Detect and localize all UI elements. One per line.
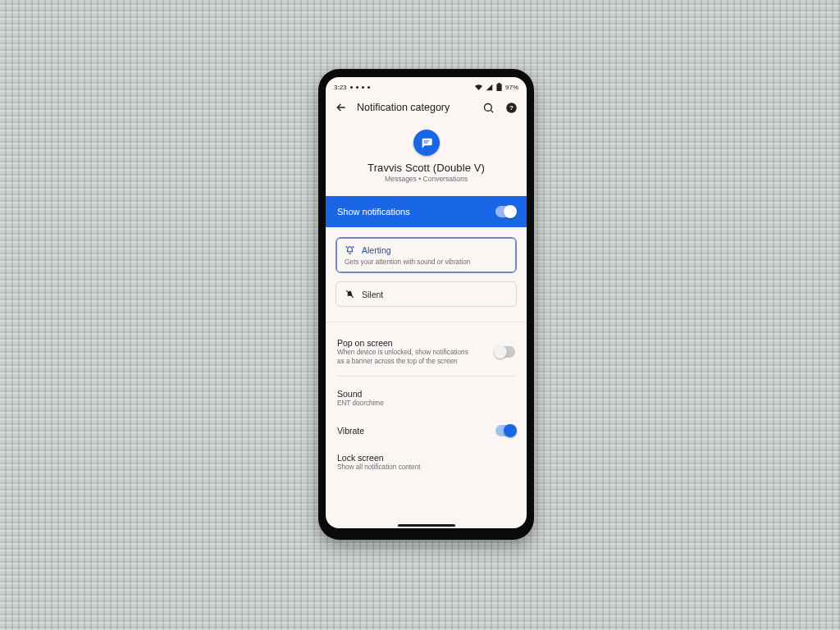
setting-pop-on-screen[interactable]: Pop on screen When device is unlocked, s… xyxy=(337,329,515,374)
phone-screen: 3:23 97% Notification category xyxy=(326,77,527,528)
home-indicator[interactable] xyxy=(398,524,455,527)
search-icon xyxy=(482,102,495,114)
svg-rect-3 xyxy=(423,140,429,141)
setting-sound-title: Sound xyxy=(337,389,515,399)
page-title: Notification category xyxy=(357,102,472,113)
wifi-icon xyxy=(475,84,482,91)
status-dot-icon xyxy=(368,86,370,89)
setting-pop-subtitle: When device is unlocked, show notificati… xyxy=(337,349,477,366)
signal-icon xyxy=(486,84,493,91)
status-left: 3:23 xyxy=(334,84,370,91)
mode-silent-label: Silent xyxy=(362,290,383,299)
show-notifications-row[interactable]: Show notifications xyxy=(326,196,527,227)
status-dot-icon xyxy=(350,86,353,89)
bell-ring-icon xyxy=(345,244,355,255)
vibrate-toggle[interactable] xyxy=(495,425,515,436)
mode-alerting[interactable]: Alerting Gets your attention with sound … xyxy=(336,237,517,273)
pop-on-screen-toggle[interactable] xyxy=(495,346,515,358)
divider xyxy=(337,376,515,377)
arrow-left-icon xyxy=(335,101,348,114)
channel-hero: Travvis Scott (Double V) Messages • Conv… xyxy=(326,118,527,191)
phone-device-frame: 3:23 97% Notification category xyxy=(318,69,534,540)
setting-sound[interactable]: Sound ENT doorchime xyxy=(337,380,515,417)
toggle-knob xyxy=(504,424,517,437)
setting-lockscreen-title: Lock screen xyxy=(337,453,515,463)
status-bar: 3:23 97% xyxy=(326,77,527,94)
status-right: 97% xyxy=(475,83,518,91)
toggle-knob xyxy=(504,205,517,218)
status-time: 3:23 xyxy=(334,84,347,91)
setting-lock-screen[interactable]: Lock screen Show all notification conten… xyxy=(337,445,515,481)
show-notifications-label: Show notifications xyxy=(337,207,410,217)
setting-vibrate-title: Vibrate xyxy=(337,426,364,436)
toggle-knob xyxy=(494,345,507,358)
mode-silent[interactable]: Silent xyxy=(336,281,517,307)
notification-mode-group: Alerting Gets your attention with sound … xyxy=(326,227,527,320)
divider xyxy=(326,322,527,322)
status-dot-icon xyxy=(362,86,364,89)
bell-off-icon xyxy=(345,289,355,299)
photo-background: { "status": { "time": "3:23", "battery":… xyxy=(0,0,840,630)
setting-sound-value: ENT doorchime xyxy=(337,399,477,409)
settings-list: Pop on screen When device is unlocked, s… xyxy=(326,326,527,484)
svg-point-0 xyxy=(484,103,491,111)
status-battery-pct: 97% xyxy=(505,84,518,91)
setting-pop-title: Pop on screen xyxy=(337,338,477,348)
svg-rect-4 xyxy=(423,142,427,143)
show-notifications-toggle[interactable] xyxy=(495,206,515,217)
help-icon: ? xyxy=(505,102,518,114)
battery-icon xyxy=(496,83,502,91)
channel-name: Travvis Scott (Double V) xyxy=(368,162,485,174)
help-button[interactable]: ? xyxy=(504,100,518,115)
chat-bubble-icon xyxy=(420,136,433,149)
app-bar: Notification category ? xyxy=(326,94,527,118)
mode-alerting-label: Alerting xyxy=(362,245,391,255)
back-button[interactable] xyxy=(334,100,349,115)
svg-text:?: ? xyxy=(509,104,514,112)
status-dot-icon xyxy=(356,86,358,89)
setting-vibrate[interactable]: Vibrate xyxy=(337,417,515,445)
mode-alerting-desc: Gets your attention with sound or vibrat… xyxy=(345,258,508,266)
messages-app-icon xyxy=(413,130,440,156)
channel-subtitle: Messages • Conversations xyxy=(385,175,468,183)
search-button[interactable] xyxy=(481,100,495,115)
setting-lockscreen-value: Show all notification content xyxy=(337,463,477,472)
